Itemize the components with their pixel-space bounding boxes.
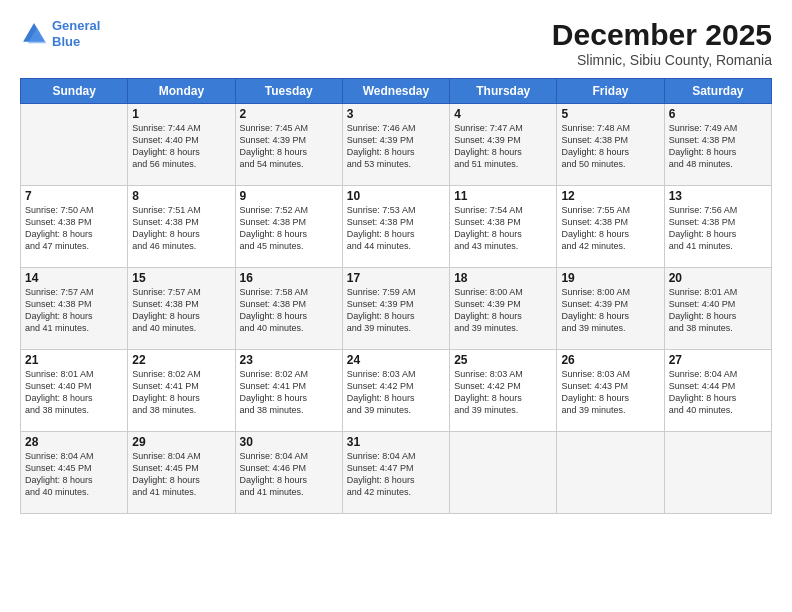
day-header-sunday: Sunday <box>21 79 128 104</box>
day-number: 25 <box>454 353 552 367</box>
header: General Blue December 2025 Slimnic, Sibi… <box>20 18 772 68</box>
calendar-cell: 2 Sunrise: 7:45 AMSunset: 4:39 PMDayligh… <box>235 104 342 186</box>
page: General Blue December 2025 Slimnic, Sibi… <box>0 0 792 612</box>
day-number: 3 <box>347 107 445 121</box>
day-number: 15 <box>132 271 230 285</box>
day-number: 30 <box>240 435 338 449</box>
calendar-cell <box>450 432 557 514</box>
calendar-cell: 8 Sunrise: 7:51 AMSunset: 4:38 PMDayligh… <box>128 186 235 268</box>
day-info: Sunrise: 7:56 AMSunset: 4:38 PMDaylight:… <box>669 204 767 253</box>
calendar-cell: 25 Sunrise: 8:03 AMSunset: 4:42 PMDaylig… <box>450 350 557 432</box>
day-number: 18 <box>454 271 552 285</box>
day-info: Sunrise: 7:45 AMSunset: 4:39 PMDaylight:… <box>240 122 338 171</box>
day-header-thursday: Thursday <box>450 79 557 104</box>
calendar-cell: 21 Sunrise: 8:01 AMSunset: 4:40 PMDaylig… <box>21 350 128 432</box>
day-info: Sunrise: 7:58 AMSunset: 4:38 PMDaylight:… <box>240 286 338 335</box>
day-number: 27 <box>669 353 767 367</box>
day-number: 11 <box>454 189 552 203</box>
week-row-5: 28 Sunrise: 8:04 AMSunset: 4:45 PMDaylig… <box>21 432 772 514</box>
header-row: SundayMondayTuesdayWednesdayThursdayFrid… <box>21 79 772 104</box>
day-info: Sunrise: 8:02 AMSunset: 4:41 PMDaylight:… <box>132 368 230 417</box>
calendar-cell: 28 Sunrise: 8:04 AMSunset: 4:45 PMDaylig… <box>21 432 128 514</box>
calendar-cell: 10 Sunrise: 7:53 AMSunset: 4:38 PMDaylig… <box>342 186 449 268</box>
day-info: Sunrise: 7:54 AMSunset: 4:38 PMDaylight:… <box>454 204 552 253</box>
title-block: December 2025 Slimnic, Sibiu County, Rom… <box>552 18 772 68</box>
day-info: Sunrise: 8:04 AMSunset: 4:45 PMDaylight:… <box>132 450 230 499</box>
calendar-cell: 23 Sunrise: 8:02 AMSunset: 4:41 PMDaylig… <box>235 350 342 432</box>
day-info: Sunrise: 8:03 AMSunset: 4:43 PMDaylight:… <box>561 368 659 417</box>
logo: General Blue <box>20 18 100 49</box>
day-header-wednesday: Wednesday <box>342 79 449 104</box>
day-number: 24 <box>347 353 445 367</box>
week-row-3: 14 Sunrise: 7:57 AMSunset: 4:38 PMDaylig… <box>21 268 772 350</box>
day-number: 13 <box>669 189 767 203</box>
day-number: 22 <box>132 353 230 367</box>
day-info: Sunrise: 7:44 AMSunset: 4:40 PMDaylight:… <box>132 122 230 171</box>
calendar-cell: 31 Sunrise: 8:04 AMSunset: 4:47 PMDaylig… <box>342 432 449 514</box>
calendar-cell: 13 Sunrise: 7:56 AMSunset: 4:38 PMDaylig… <box>664 186 771 268</box>
day-number: 23 <box>240 353 338 367</box>
calendar-cell <box>664 432 771 514</box>
day-info: Sunrise: 7:52 AMSunset: 4:38 PMDaylight:… <box>240 204 338 253</box>
calendar-cell <box>21 104 128 186</box>
calendar-cell: 27 Sunrise: 8:04 AMSunset: 4:44 PMDaylig… <box>664 350 771 432</box>
day-number: 6 <box>669 107 767 121</box>
calendar-cell <box>557 432 664 514</box>
day-info: Sunrise: 8:03 AMSunset: 4:42 PMDaylight:… <box>454 368 552 417</box>
day-info: Sunrise: 7:47 AMSunset: 4:39 PMDaylight:… <box>454 122 552 171</box>
day-info: Sunrise: 8:04 AMSunset: 4:46 PMDaylight:… <box>240 450 338 499</box>
day-info: Sunrise: 8:04 AMSunset: 4:45 PMDaylight:… <box>25 450 123 499</box>
day-number: 9 <box>240 189 338 203</box>
logo-text: General Blue <box>52 18 100 49</box>
week-row-2: 7 Sunrise: 7:50 AMSunset: 4:38 PMDayligh… <box>21 186 772 268</box>
calendar-cell: 12 Sunrise: 7:55 AMSunset: 4:38 PMDaylig… <box>557 186 664 268</box>
calendar-cell: 20 Sunrise: 8:01 AMSunset: 4:40 PMDaylig… <box>664 268 771 350</box>
day-number: 19 <box>561 271 659 285</box>
calendar-cell: 1 Sunrise: 7:44 AMSunset: 4:40 PMDayligh… <box>128 104 235 186</box>
day-info: Sunrise: 7:46 AMSunset: 4:39 PMDaylight:… <box>347 122 445 171</box>
day-number: 21 <box>25 353 123 367</box>
week-row-1: 1 Sunrise: 7:44 AMSunset: 4:40 PMDayligh… <box>21 104 772 186</box>
day-number: 16 <box>240 271 338 285</box>
calendar-cell: 17 Sunrise: 7:59 AMSunset: 4:39 PMDaylig… <box>342 268 449 350</box>
day-info: Sunrise: 8:01 AMSunset: 4:40 PMDaylight:… <box>669 286 767 335</box>
day-info: Sunrise: 8:04 AMSunset: 4:47 PMDaylight:… <box>347 450 445 499</box>
day-info: Sunrise: 8:01 AMSunset: 4:40 PMDaylight:… <box>25 368 123 417</box>
day-number: 2 <box>240 107 338 121</box>
day-number: 31 <box>347 435 445 449</box>
day-number: 26 <box>561 353 659 367</box>
subtitle: Slimnic, Sibiu County, Romania <box>552 52 772 68</box>
day-number: 5 <box>561 107 659 121</box>
day-info: Sunrise: 8:03 AMSunset: 4:42 PMDaylight:… <box>347 368 445 417</box>
day-info: Sunrise: 8:02 AMSunset: 4:41 PMDaylight:… <box>240 368 338 417</box>
calendar-cell: 7 Sunrise: 7:50 AMSunset: 4:38 PMDayligh… <box>21 186 128 268</box>
day-info: Sunrise: 7:57 AMSunset: 4:38 PMDaylight:… <box>132 286 230 335</box>
day-number: 17 <box>347 271 445 285</box>
calendar-cell: 11 Sunrise: 7:54 AMSunset: 4:38 PMDaylig… <box>450 186 557 268</box>
day-number: 10 <box>347 189 445 203</box>
day-info: Sunrise: 7:57 AMSunset: 4:38 PMDaylight:… <box>25 286 123 335</box>
day-number: 4 <box>454 107 552 121</box>
day-info: Sunrise: 7:59 AMSunset: 4:39 PMDaylight:… <box>347 286 445 335</box>
day-number: 20 <box>669 271 767 285</box>
calendar-cell: 30 Sunrise: 8:04 AMSunset: 4:46 PMDaylig… <box>235 432 342 514</box>
calendar-cell: 16 Sunrise: 7:58 AMSunset: 4:38 PMDaylig… <box>235 268 342 350</box>
day-info: Sunrise: 7:55 AMSunset: 4:38 PMDaylight:… <box>561 204 659 253</box>
day-info: Sunrise: 7:49 AMSunset: 4:38 PMDaylight:… <box>669 122 767 171</box>
day-header-monday: Monday <box>128 79 235 104</box>
day-number: 29 <box>132 435 230 449</box>
calendar-table: SundayMondayTuesdayWednesdayThursdayFrid… <box>20 78 772 514</box>
calendar-cell: 18 Sunrise: 8:00 AMSunset: 4:39 PMDaylig… <box>450 268 557 350</box>
day-info: Sunrise: 7:51 AMSunset: 4:38 PMDaylight:… <box>132 204 230 253</box>
day-header-saturday: Saturday <box>664 79 771 104</box>
day-info: Sunrise: 8:00 AMSunset: 4:39 PMDaylight:… <box>454 286 552 335</box>
day-info: Sunrise: 8:00 AMSunset: 4:39 PMDaylight:… <box>561 286 659 335</box>
week-row-4: 21 Sunrise: 8:01 AMSunset: 4:40 PMDaylig… <box>21 350 772 432</box>
day-header-friday: Friday <box>557 79 664 104</box>
day-info: Sunrise: 7:50 AMSunset: 4:38 PMDaylight:… <box>25 204 123 253</box>
calendar-cell: 5 Sunrise: 7:48 AMSunset: 4:38 PMDayligh… <box>557 104 664 186</box>
calendar-cell: 15 Sunrise: 7:57 AMSunset: 4:38 PMDaylig… <box>128 268 235 350</box>
calendar-cell: 24 Sunrise: 8:03 AMSunset: 4:42 PMDaylig… <box>342 350 449 432</box>
calendar-cell: 22 Sunrise: 8:02 AMSunset: 4:41 PMDaylig… <box>128 350 235 432</box>
day-number: 8 <box>132 189 230 203</box>
